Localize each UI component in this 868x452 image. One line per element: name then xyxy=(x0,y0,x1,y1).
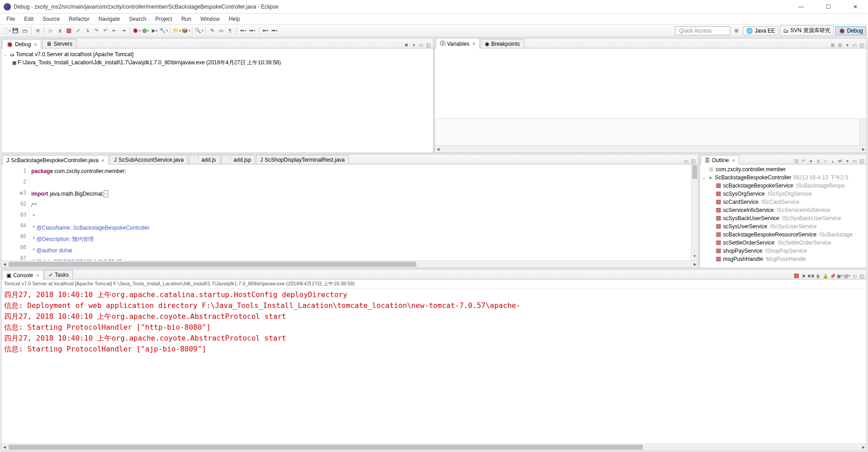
scroll-right-icon[interactable]: ▶ xyxy=(860,445,867,449)
menu-refactor[interactable]: Refactor xyxy=(64,14,94,24)
console-hscroll[interactable]: ◀ ▶ xyxy=(1,443,867,451)
code-area[interactable]: package com.zxcity.controller.member; im… xyxy=(29,164,691,260)
maximize-editor-icon[interactable]: ◱ xyxy=(690,158,696,164)
remove-all-icon[interactable]: ✖✖ xyxy=(808,273,814,279)
terminate-icon[interactable] xyxy=(65,27,72,34)
new-package-icon[interactable]: 📦 xyxy=(182,27,189,34)
minimize-editor-icon[interactable]: ▭ xyxy=(683,158,689,164)
suspend-icon[interactable]: ⏸ xyxy=(56,27,63,34)
menu-window[interactable]: Window xyxy=(196,14,224,24)
display-console-icon[interactable]: ▣ xyxy=(837,273,843,279)
collapse-all-icon[interactable]: ⊟ xyxy=(837,42,843,48)
menu-help[interactable]: Help xyxy=(224,14,245,24)
terminate-console-icon[interactable] xyxy=(793,273,800,279)
perspective-svn[interactable]: 🗂SVN 资源库研究 xyxy=(780,25,834,36)
menu-search[interactable]: Search xyxy=(125,14,151,24)
minimize-view-icon[interactable]: ▭ xyxy=(851,42,858,48)
editor-tab-4[interactable]: JScShopDisplayTerminalRest.java xyxy=(256,155,349,164)
perspective-javaee[interactable]: 🌐Java EE xyxy=(743,26,778,35)
open-perspective-icon[interactable]: ⊞ xyxy=(733,27,740,34)
line-gutter[interactable]: 1 2 ⊕3 62 63 64 65 66 67 xyxy=(1,164,29,260)
skip-breakpoints-icon[interactable]: ⊘ xyxy=(34,27,41,34)
debug-icon[interactable]: 🐞 xyxy=(133,27,140,34)
scroll-left-icon[interactable]: ◀ xyxy=(1,262,8,266)
close-icon[interactable]: ✕ xyxy=(472,41,476,46)
external-tools-icon[interactable]: 🔧 xyxy=(160,27,167,34)
maximize-view-icon[interactable]: ◱ xyxy=(858,42,865,48)
menu-project[interactable]: Project xyxy=(151,14,177,24)
close-icon[interactable]: ✕ xyxy=(36,273,39,278)
view-menu-icon[interactable]: ▾ xyxy=(410,42,417,48)
expand-toggle-icon[interactable]: ⌄ xyxy=(2,52,9,57)
hide-nonpublic-icon[interactable]: ○ xyxy=(822,158,829,164)
debug-tree[interactable]: ⌄ 🗂 Tomcat v7.0 Server at localhost [Apa… xyxy=(1,48,433,153)
tree-row-launch[interactable]: ⌄ 🗂 Tomcat v7.0 Server at localhost [Apa… xyxy=(2,50,432,58)
minimize-view-icon[interactable]: ▭ xyxy=(418,42,424,48)
outline-field[interactable]: scSettleOrderService : IScSettleOrderSer… xyxy=(701,239,866,247)
clear-console-icon[interactable]: 🗑 xyxy=(815,273,821,279)
expand-toggle-icon[interactable]: ⌄ xyxy=(701,175,707,180)
hide-local-icon[interactable]: ʟ xyxy=(829,158,836,164)
hide-fields-icon[interactable]: ● xyxy=(808,158,814,164)
prev-annotation-icon[interactable]: ⬅ xyxy=(240,27,247,34)
outline-field[interactable]: msgPushHandle : MsgPushHandle xyxy=(701,255,866,263)
show-type-names-icon[interactable]: ⊞ xyxy=(829,42,836,48)
tab-variables[interactable]: ⓥVariables✕ xyxy=(436,38,480,48)
step-return-icon[interactable]: ↶ xyxy=(101,27,109,34)
next-annotation-icon[interactable]: ➡ xyxy=(249,27,256,34)
maximize-button[interactable]: ☐ xyxy=(819,1,837,12)
close-button[interactable]: ✕ xyxy=(846,1,864,12)
drop-frame-icon[interactable]: ⇤ xyxy=(111,27,118,34)
scroll-right-icon[interactable]: ▶ xyxy=(692,262,698,266)
minimize-view-icon[interactable]: ▭ xyxy=(851,273,858,279)
run-last-icon[interactable]: ▶ xyxy=(151,27,158,34)
perspective-debug[interactable]: 🐞Debug xyxy=(835,26,866,35)
tab-servers[interactable]: 🖥Servers xyxy=(42,39,76,48)
toggle-block-icon[interactable]: ▭ xyxy=(217,27,225,34)
close-icon[interactable]: ✕ xyxy=(101,158,105,163)
hide-static-icon[interactable]: s xyxy=(815,158,821,164)
editor-body[interactable]: 1 2 ⊕3 62 63 64 65 66 67 package com.zxc… xyxy=(1,164,698,260)
disconnect-icon[interactable]: ⤢ xyxy=(74,27,82,34)
outline-package[interactable]: com.zxcity.controller.member xyxy=(701,165,866,173)
quick-access-input[interactable]: Quick Access xyxy=(675,26,730,35)
step-into-icon[interactable]: ↴ xyxy=(83,27,91,34)
scroll-right-icon[interactable]: ▶ xyxy=(860,147,867,151)
outline-field[interactable]: scBackstageBespokeService : IScBackstage… xyxy=(701,182,866,190)
remove-terminated-icon[interactable]: ✖ xyxy=(403,42,410,48)
outline-tree[interactable]: com.zxcity.controller.member ⌄ScBackstag… xyxy=(700,164,867,268)
scroll-left-icon[interactable]: ◀ xyxy=(435,147,441,151)
variables-body[interactable]: ◀ ▶ xyxy=(435,48,867,153)
pin-console-icon[interactable]: 📌 xyxy=(829,273,836,279)
maximize-view-icon[interactable]: ◱ xyxy=(858,158,865,164)
editor-tab-2[interactable]: 📄add.js xyxy=(189,155,220,164)
variables-hscroll[interactable]: ◀ ▶ xyxy=(435,145,867,153)
sort-icon[interactable]: ᵃᶻ xyxy=(800,158,807,164)
scroll-thumb[interactable] xyxy=(692,165,697,179)
focus-icon[interactable]: ⊡ xyxy=(793,158,800,164)
link-editor-icon[interactable]: ⇄ xyxy=(837,158,843,164)
maximize-view-icon[interactable]: ◱ xyxy=(858,273,865,279)
view-menu-icon[interactable]: ▾ xyxy=(844,158,850,164)
editor-vscroll[interactable]: ▲ ▼ xyxy=(691,164,698,260)
maximize-view-icon[interactable]: ◱ xyxy=(425,42,431,48)
menu-edit[interactable]: Edit xyxy=(19,14,38,24)
tab-debug[interactable]: 🐞Debug✕ xyxy=(2,39,41,48)
search-icon[interactable]: 🔍 xyxy=(195,27,203,34)
toggle-mark-icon[interactable]: ✎ xyxy=(208,27,216,34)
tab-tasks[interactable]: ✓Tasks xyxy=(44,270,73,279)
minimize-view-icon[interactable]: ▭ xyxy=(851,158,858,164)
open-console-icon[interactable]: ▤ xyxy=(844,273,850,279)
editor-tab-1[interactable]: JScSubAccountService.java xyxy=(110,155,188,164)
outline-class[interactable]: ⌄ScBackstageBespokeController 39213 18-4… xyxy=(701,173,866,182)
scroll-down-icon[interactable]: ▼ xyxy=(691,254,698,260)
resume-icon[interactable]: ▷ xyxy=(47,27,54,34)
outline-field[interactable]: scBackstageBespokeResourceService : IScB… xyxy=(701,231,866,239)
outline-field[interactable]: shopPayService : IShopPayService xyxy=(701,247,866,255)
fold-icon[interactable]: ⊕ xyxy=(19,188,23,198)
save-icon[interactable]: 💾 xyxy=(12,27,19,34)
menu-source[interactable]: Source xyxy=(38,14,64,24)
tree-row-process[interactable]: ▦ F:\Java_Tools_Install_Lacation\Jdk_ins… xyxy=(2,58,432,67)
outline-field[interactable]: scCardService : IScCardService xyxy=(701,198,866,206)
menu-run[interactable]: Run xyxy=(177,14,196,24)
